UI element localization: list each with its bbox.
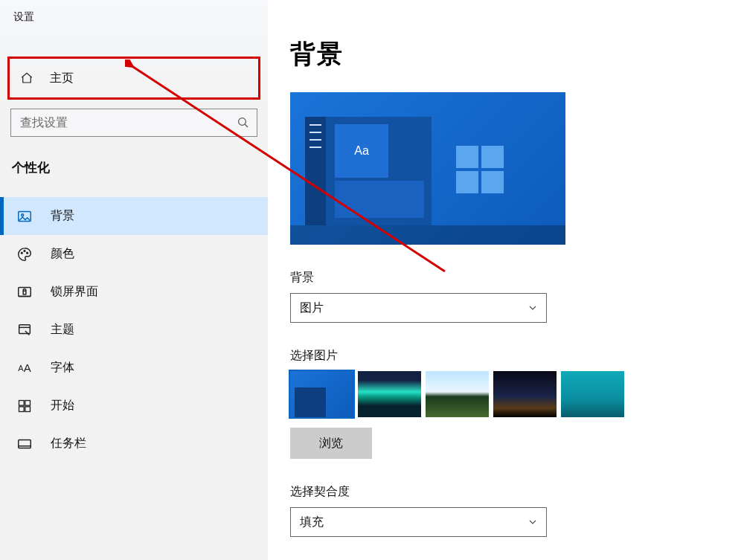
svg-rect-11 xyxy=(19,406,25,411)
desktop-preview: Aa xyxy=(290,92,565,245)
sidebar-item-label: 背景 xyxy=(51,208,74,224)
section-heading: 个性化 xyxy=(0,159,268,176)
preview-sample-tile: Aa xyxy=(335,124,388,178)
sidebar-item-label: 锁屏界面 xyxy=(51,284,98,300)
background-source-label: 背景 xyxy=(290,270,744,286)
sidebar-item-colors[interactable]: 颜色 xyxy=(0,235,268,273)
sidebar-item-label: 颜色 xyxy=(51,246,74,262)
svg-rect-7 xyxy=(23,291,26,295)
sidebar-item-background[interactable]: 背景 xyxy=(0,197,268,235)
sidebar-nav: 背景 颜色 锁屏界面 主 xyxy=(0,197,268,463)
sidebar-item-lockscreen[interactable]: 锁屏界面 xyxy=(0,273,268,311)
sidebar: 设置 主页 个性化 背景 xyxy=(0,0,268,560)
sidebar-item-label: 字体 xyxy=(51,360,74,376)
thumb-cliff-beach[interactable] xyxy=(426,371,489,417)
sidebar-item-themes[interactable]: 主题 xyxy=(0,311,268,349)
themes-icon xyxy=(16,322,33,338)
select-value: 图片 xyxy=(300,300,324,316)
thumb-aurora[interactable] xyxy=(358,371,421,417)
sidebar-item-taskbar[interactable]: 任务栏 xyxy=(0,425,268,463)
windows-logo-icon xyxy=(456,146,504,194)
main-content: 背景 Aa 背景 图片 选择图片 浏览 选择契合度 填充 xyxy=(268,0,744,537)
svg-point-5 xyxy=(27,252,28,254)
sidebar-item-start[interactable]: 开始 xyxy=(0,387,268,425)
sidebar-item-fonts[interactable]: AA 字体 xyxy=(0,349,268,387)
svg-point-3 xyxy=(21,252,22,254)
lockscreen-icon xyxy=(16,284,33,300)
svg-rect-8 xyxy=(19,324,31,333)
thumb-night-plain[interactable] xyxy=(493,371,557,417)
page-title: 背景 xyxy=(290,37,744,71)
palette-icon xyxy=(16,246,33,263)
sidebar-item-label: 主题 xyxy=(51,322,74,338)
start-icon xyxy=(16,398,33,414)
home-button[interactable]: 主页 xyxy=(7,57,260,100)
preview-taskbar xyxy=(290,225,565,245)
browse-button[interactable]: 浏览 xyxy=(290,428,372,459)
preview-start-menu: Aa xyxy=(305,117,432,225)
chevron-down-icon xyxy=(527,302,539,314)
svg-point-4 xyxy=(24,250,25,251)
home-icon xyxy=(20,71,33,85)
chevron-down-icon xyxy=(527,516,539,528)
svg-point-2 xyxy=(22,213,24,216)
svg-rect-9 xyxy=(19,400,25,405)
sidebar-item-label: 开始 xyxy=(51,398,74,413)
search-wrap xyxy=(10,109,257,137)
window-title: 设置 xyxy=(0,7,268,27)
select-value: 填充 xyxy=(300,515,324,530)
fonts-icon: AA xyxy=(16,360,33,376)
thumb-windows-default[interactable] xyxy=(290,371,353,417)
image-thumbnails xyxy=(290,371,744,417)
choose-image-label: 选择图片 xyxy=(290,348,744,364)
fit-select[interactable]: 填充 xyxy=(290,507,547,537)
image-icon xyxy=(16,208,33,225)
sidebar-item-label: 任务栏 xyxy=(51,436,86,451)
svg-rect-12 xyxy=(25,406,31,411)
search-input[interactable] xyxy=(10,109,257,137)
background-source-select[interactable]: 图片 xyxy=(290,293,547,323)
thumb-underwater[interactable] xyxy=(561,371,624,417)
svg-rect-13 xyxy=(19,440,31,448)
search-icon xyxy=(237,116,250,129)
svg-rect-10 xyxy=(25,400,31,405)
home-label: 主页 xyxy=(50,71,74,86)
taskbar-icon xyxy=(16,436,33,452)
svg-point-0 xyxy=(239,118,246,126)
fit-label: 选择契合度 xyxy=(290,484,744,500)
